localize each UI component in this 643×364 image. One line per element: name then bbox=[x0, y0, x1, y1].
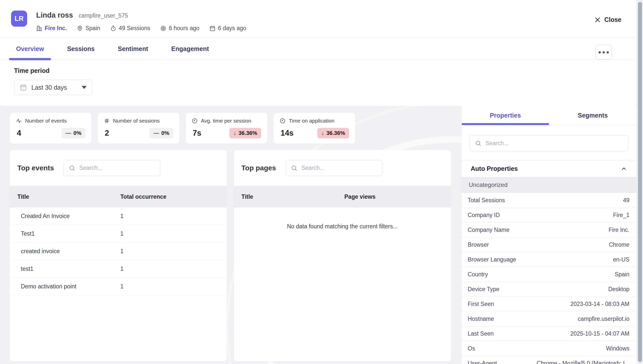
top-events-card: Top events Title Total occurrence Create… bbox=[10, 150, 227, 361]
user-name: Linda ross bbox=[36, 11, 73, 19]
time-period-label: Time period bbox=[14, 67, 622, 74]
column-page-views: Page views bbox=[344, 193, 376, 200]
stats-row: Number of events 4 — 0% Number of sessio… bbox=[10, 113, 458, 144]
top-pages-title: Top pages bbox=[241, 164, 276, 172]
hash-icon bbox=[104, 118, 110, 124]
user-id: campfire_user_575 bbox=[79, 12, 128, 19]
profile-header-block: LR Linda ross campfire_user_575 Fire Inc… bbox=[0, 0, 636, 106]
top-events-search[interactable] bbox=[64, 160, 160, 176]
company-link[interactable]: Fire Inc. bbox=[36, 25, 67, 32]
company-name: Fire Inc. bbox=[45, 25, 67, 32]
property-row: Company Name Fire Inc. bbox=[462, 223, 636, 237]
target-icon bbox=[160, 25, 166, 31]
property-row: Company ID Fire_1 bbox=[462, 208, 636, 223]
search-input[interactable] bbox=[79, 165, 155, 171]
main-column: Number of events 4 — 0% Number of sessio… bbox=[0, 106, 458, 364]
search-icon bbox=[475, 140, 481, 146]
top-pages-search[interactable] bbox=[286, 160, 382, 176]
clock-icon bbox=[192, 118, 198, 124]
table-row: Demo activation point 1 bbox=[10, 278, 227, 295]
column-title: Title bbox=[17, 193, 120, 200]
column-title: Title bbox=[241, 193, 344, 200]
search-icon bbox=[69, 165, 75, 171]
calendar-icon bbox=[20, 84, 27, 91]
user-profile-modal: LR Linda ross campfire_user_575 Fire Inc… bbox=[0, 0, 636, 364]
property-row: First Seen 2023-03-14 - 08:03 AM bbox=[462, 297, 636, 311]
more-options-button[interactable] bbox=[595, 45, 612, 60]
stat-label: Time on application bbox=[289, 118, 334, 124]
stat-label: Number of sessions bbox=[113, 118, 160, 124]
country-label: Spain bbox=[85, 25, 100, 32]
sessions-item: 49 Sessions bbox=[110, 25, 150, 32]
section-title: Auto Properties bbox=[471, 165, 518, 172]
table-row: test1 1 bbox=[10, 260, 227, 278]
stat-value: 2 bbox=[104, 129, 109, 138]
avatar-initials: LR bbox=[15, 15, 24, 23]
stat-card-time-on-app: Time on application 14s ↓ 36.36% bbox=[274, 113, 355, 144]
active-tab-underline bbox=[462, 123, 549, 125]
property-list: Total Sessions 49 Company ID Fire_1 Comp… bbox=[462, 193, 636, 364]
stat-value: 7s bbox=[192, 129, 201, 138]
tab-sentiment[interactable]: Sentiment bbox=[111, 38, 155, 60]
tab-segments[interactable]: Segments bbox=[549, 106, 636, 125]
tab-engagement[interactable]: Engagement bbox=[164, 38, 216, 60]
chevron-up-icon bbox=[620, 165, 627, 172]
arrow-down-icon: ↓ bbox=[233, 130, 236, 136]
delta-badge: ↓ 36.36% bbox=[317, 128, 349, 138]
time-period-dropdown[interactable]: Last 30 days bbox=[14, 80, 92, 95]
stat-label: Avg. time per session bbox=[201, 118, 251, 124]
group-label-uncategorized: Uncategorized bbox=[462, 177, 636, 193]
stat-card-avg-time: Avg. time per session 7s ↓ 36.36% bbox=[186, 113, 267, 144]
top-pages-card: Top pages Title Page views No data found… bbox=[234, 150, 451, 361]
sessions-label: 49 Sessions bbox=[119, 25, 150, 32]
chevron-down-icon bbox=[82, 86, 87, 89]
last-active-item: 6 hours ago bbox=[160, 25, 199, 32]
activity-icon bbox=[16, 118, 22, 124]
stat-value: 14s bbox=[280, 129, 294, 138]
minus-icon: — bbox=[66, 130, 71, 136]
property-row: Browser Chrome bbox=[462, 237, 636, 252]
building-icon bbox=[36, 25, 42, 31]
stat-card-events: Number of events 4 — 0% bbox=[10, 113, 91, 144]
main-tabs: Overview Sessions Sentiment Engagement bbox=[0, 38, 636, 60]
stat-label: Number of events bbox=[25, 118, 67, 124]
search-input[interactable] bbox=[486, 140, 623, 147]
time-period-value: Last 30 days bbox=[31, 84, 77, 91]
property-row: Country Spain bbox=[462, 267, 636, 282]
active-tab-underline bbox=[9, 58, 51, 60]
delta-badge: — 0% bbox=[149, 128, 173, 138]
delta-badge: ↓ 36.36% bbox=[229, 128, 261, 138]
close-label: Close bbox=[604, 16, 621, 23]
close-icon bbox=[594, 17, 601, 23]
search-input[interactable] bbox=[301, 165, 377, 171]
page-scrollbar[interactable] bbox=[636, 0, 643, 364]
clock-icon bbox=[280, 118, 286, 124]
avatar: LR bbox=[11, 11, 27, 27]
close-button[interactable]: Close bbox=[593, 14, 622, 25]
table-row: Created An Invoice 1 bbox=[10, 207, 227, 225]
property-row: Device Type Desktop bbox=[462, 282, 636, 297]
property-row: Last Seen 2025-10-15 - 04:07 AM bbox=[462, 326, 636, 341]
tables-row: Top events Title Total occurrence Create… bbox=[10, 150, 458, 361]
properties-search[interactable] bbox=[470, 135, 628, 151]
column-total-occurrence: Total occurrence bbox=[120, 193, 167, 200]
auto-properties-header[interactable]: Auto Properties bbox=[462, 160, 636, 177]
search-icon bbox=[291, 165, 297, 171]
stopwatch-icon bbox=[110, 25, 116, 31]
tab-sessions[interactable]: Sessions bbox=[60, 38, 102, 60]
profile-header: LR Linda ross campfire_user_575 Fire Inc… bbox=[0, 0, 636, 38]
delta-badge: — 0% bbox=[62, 128, 85, 138]
minus-icon: — bbox=[153, 130, 159, 136]
content-area: Number of events 4 — 0% Number of sessio… bbox=[0, 106, 636, 364]
location-pin-icon bbox=[77, 25, 83, 31]
scrollbar-thumb[interactable] bbox=[638, 2, 642, 362]
tab-properties[interactable]: Properties bbox=[462, 106, 549, 125]
panel-tabs: Properties Segments bbox=[462, 106, 636, 125]
more-options-icon bbox=[599, 51, 601, 54]
table-row: Test1 1 bbox=[10, 225, 227, 243]
tab-overview[interactable]: Overview bbox=[9, 38, 51, 60]
property-row: Hostname campfire.userpilot.io bbox=[462, 311, 636, 326]
country-item: Spain bbox=[77, 25, 100, 32]
signed-up-item: 6 days ago bbox=[209, 25, 246, 32]
stat-value: 4 bbox=[16, 129, 21, 138]
